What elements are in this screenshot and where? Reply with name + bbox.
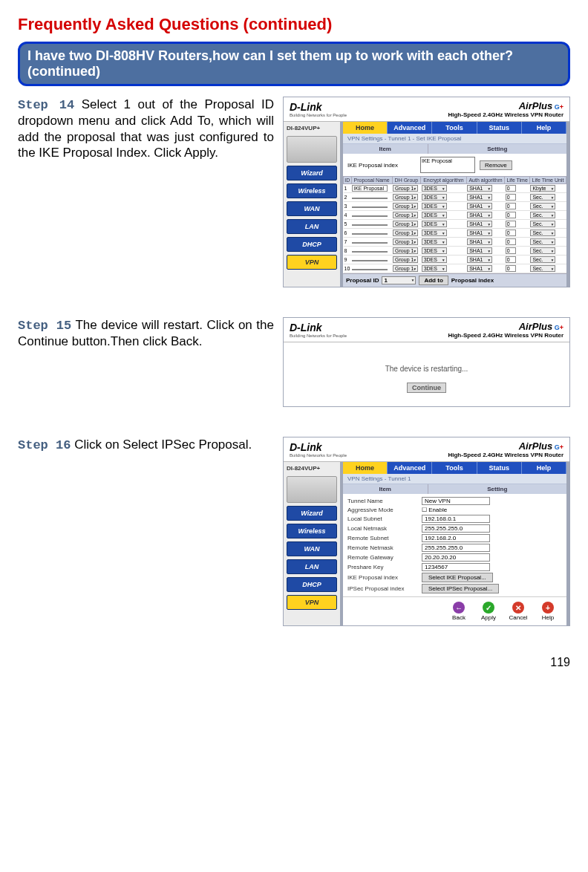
dh-select[interactable]: Group 1 — [393, 256, 418, 263]
proposal-name-input[interactable] — [352, 206, 388, 208]
unit-select[interactable]: Sec. — [530, 265, 555, 272]
nav-lan[interactable]: LAN — [287, 219, 337, 234]
proposal-name-input[interactable] — [352, 233, 388, 235]
enc-select[interactable]: 3DES — [422, 256, 447, 263]
enc-select[interactable]: 3DES — [422, 212, 447, 218]
nav-wan[interactable]: WAN — [287, 541, 337, 556]
unit-select[interactable]: Sec. — [530, 221, 555, 227]
auth-select[interactable]: SHA1 — [467, 265, 492, 272]
life-input[interactable]: 0 — [506, 221, 516, 227]
enc-select[interactable]: 3DES — [422, 221, 447, 227]
val-lsub[interactable]: 192.168.0.1 — [422, 515, 490, 523]
ike-index-box[interactable]: IKE Proposal — [420, 157, 475, 173]
dh-select[interactable]: Group 1 — [393, 230, 418, 236]
proposal-name-input[interactable] — [352, 269, 388, 270]
dh-select[interactable]: Group 1 — [393, 185, 418, 192]
select-ike-button[interactable]: Select IKE Proposal... — [422, 573, 493, 582]
unit-select[interactable]: Sec. — [530, 203, 555, 209]
auth-select[interactable]: SHA1 — [467, 247, 492, 254]
enc-select[interactable]: 3DES — [422, 238, 447, 245]
nav-wizard[interactable]: Wizard — [287, 506, 337, 521]
tab-advanced[interactable]: Advanced — [388, 462, 432, 474]
val-rsub[interactable]: 192.168.2.0 — [422, 534, 490, 542]
unit-select[interactable]: Sec. — [530, 212, 555, 218]
proposal-name-input[interactable] — [352, 224, 388, 226]
dh-select[interactable]: Group 1 — [393, 265, 418, 272]
dh-select[interactable]: Group 1 — [393, 247, 418, 254]
val-rgw[interactable]: 20.20.20.20 — [422, 553, 490, 562]
val-psk[interactable]: 1234567 — [422, 563, 490, 571]
dh-select[interactable]: Group 1 — [393, 203, 418, 209]
back-button[interactable]: ←Back — [448, 602, 470, 621]
life-input[interactable]: 0 — [506, 212, 516, 218]
continue-button[interactable]: Continue — [407, 383, 446, 393]
unit-select[interactable]: Sec. — [530, 194, 555, 201]
enc-select[interactable]: 3DES — [422, 230, 447, 236]
life-input[interactable]: 0 — [506, 203, 516, 209]
unit-select[interactable]: Sec. — [530, 238, 555, 245]
auth-select[interactable]: SHA1 — [467, 203, 492, 209]
dh-select[interactable]: Group 1 — [393, 238, 418, 245]
tab-tools[interactable]: Tools — [432, 462, 477, 474]
proposal-name-input[interactable] — [352, 215, 388, 217]
unit-select[interactable]: Sec. — [530, 230, 555, 236]
life-input[interactable]: 0 — [506, 185, 516, 192]
proposal-id-select[interactable]: 1 — [382, 276, 416, 284]
val-rmask[interactable]: 255.255.255.0 — [422, 544, 490, 552]
unit-select[interactable]: Sec. — [530, 247, 555, 254]
life-input[interactable]: 0 — [506, 238, 516, 245]
auth-select[interactable]: SHA1 — [467, 212, 492, 218]
tab-home[interactable]: Home — [343, 122, 388, 134]
cancel-button[interactable]: ✕Cancel — [507, 602, 529, 621]
proposal-name-input[interactable] — [352, 198, 388, 199]
nav-dhcp[interactable]: DHCP — [287, 577, 337, 592]
auth-select[interactable]: SHA1 — [467, 256, 492, 263]
life-input[interactable]: 0 — [506, 230, 516, 236]
tab-home[interactable]: Home — [343, 462, 388, 474]
life-input[interactable]: 0 — [506, 265, 516, 272]
apply-button[interactable]: ✓Apply — [477, 602, 500, 621]
dh-select[interactable]: Group 1 — [393, 212, 418, 218]
tab-help[interactable]: Help — [522, 462, 566, 474]
remove-button[interactable]: Remove — [480, 160, 512, 170]
unit-select[interactable]: Sec. — [530, 256, 555, 263]
enc-select[interactable]: 3DES — [422, 185, 447, 192]
tab-advanced[interactable]: Advanced — [388, 122, 432, 134]
nav-wan[interactable]: WAN — [287, 201, 337, 216]
auth-select[interactable]: SHA1 — [467, 238, 492, 245]
enc-select[interactable]: 3DES — [422, 247, 447, 254]
tab-status[interactable]: Status — [477, 462, 522, 474]
select-ipsec-button[interactable]: Select IPSec Proposal... — [422, 584, 499, 593]
life-input[interactable]: 0 — [506, 194, 516, 201]
nav-wizard[interactable]: Wizard — [287, 166, 337, 180]
nav-dhcp[interactable]: DHCP — [287, 237, 337, 252]
auth-select[interactable]: SHA1 — [467, 221, 492, 227]
nav-lan[interactable]: LAN — [287, 559, 337, 574]
tab-status[interactable]: Status — [477, 122, 522, 134]
unit-select[interactable]: Kbyte — [530, 185, 555, 192]
val-lmask[interactable]: 255.255.255.0 — [422, 524, 490, 533]
help-button[interactable]: +Help — [537, 602, 559, 621]
enc-select[interactable]: 3DES — [422, 194, 447, 201]
tab-tools[interactable]: Tools — [432, 122, 477, 134]
val-tunnel[interactable]: New VPN — [422, 497, 490, 505]
proposal-name-input[interactable]: IKE Proposal — [352, 185, 388, 192]
add-to-button[interactable]: Add to — [419, 276, 448, 285]
life-input[interactable]: 0 — [506, 256, 516, 263]
chk-enable[interactable]: ☐ Enable — [422, 507, 447, 513]
tab-help[interactable]: Help — [522, 122, 566, 134]
life-input[interactable]: 0 — [506, 247, 516, 254]
dh-select[interactable]: Group 1 — [393, 221, 418, 227]
auth-select[interactable]: SHA1 — [467, 194, 492, 201]
nav-vpn[interactable]: VPN — [287, 595, 337, 610]
proposal-name-input[interactable] — [352, 260, 388, 261]
nav-wireless[interactable]: Wireless — [287, 183, 337, 198]
auth-select[interactable]: SHA1 — [467, 230, 492, 236]
dh-select[interactable]: Group 1 — [393, 194, 418, 201]
nav-wireless[interactable]: Wireless — [287, 524, 337, 539]
enc-select[interactable]: 3DES — [422, 203, 447, 209]
proposal-name-input[interactable] — [352, 251, 388, 253]
nav-vpn[interactable]: VPN — [287, 255, 337, 270]
enc-select[interactable]: 3DES — [422, 265, 447, 272]
auth-select[interactable]: SHA1 — [467, 185, 492, 192]
